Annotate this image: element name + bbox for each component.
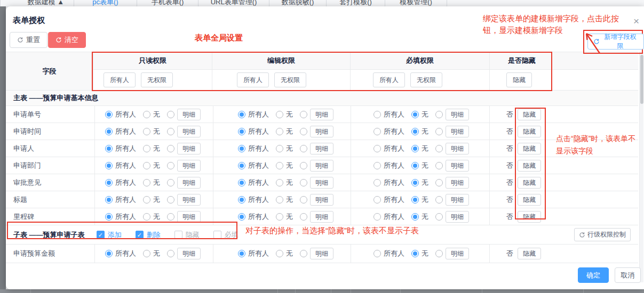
- radio-detail-icon[interactable]: [167, 111, 174, 118]
- radio-option-detail[interactable]: 明细: [167, 143, 201, 154]
- radio-option-none[interactable]: 无: [143, 178, 160, 188]
- background-tab[interactable]: 手机表单(): [137, 0, 198, 6]
- radio-option-none[interactable]: 无: [276, 195, 293, 205]
- radio-detail-icon[interactable]: [435, 179, 443, 186]
- preset-button[interactable]: 隐藏: [506, 72, 532, 87]
- radio-none-icon[interactable]: [411, 250, 419, 257]
- radio-none-icon[interactable]: [143, 111, 150, 118]
- radio-option-all[interactable]: 所有人: [238, 178, 269, 188]
- radio-option-detail[interactable]: 明细: [167, 160, 201, 172]
- radio-option-none[interactable]: 无: [276, 178, 293, 188]
- radio-option-all[interactable]: 所有人: [238, 249, 269, 258]
- radio-none-icon[interactable]: [276, 162, 283, 169]
- radio-option-all[interactable]: 所有人: [105, 127, 136, 136]
- radio-option-detail[interactable]: 明细: [300, 143, 333, 154]
- radio-detail-icon[interactable]: [300, 162, 307, 169]
- radio-all-icon[interactable]: [238, 162, 245, 169]
- radio-option-detail[interactable]: 明细: [300, 248, 333, 259]
- radio-option-none[interactable]: 无: [143, 144, 160, 153]
- radio-option-detail[interactable]: 明细: [167, 211, 201, 223]
- radio-option-detail[interactable]: 明细: [300, 211, 333, 223]
- radio-all-icon[interactable]: [373, 162, 381, 169]
- background-tab[interactable]: 数据建模 ▲: [18, 0, 74, 6]
- radio-detail-icon[interactable]: [300, 250, 307, 257]
- radio-option-detail[interactable]: 明细: [435, 160, 469, 172]
- scrollbar-thumb[interactable]: [640, 55, 643, 104]
- radio-option-none[interactable]: 无: [411, 178, 428, 188]
- radio-all-icon[interactable]: [105, 196, 113, 204]
- radio-detail-icon[interactable]: [300, 213, 307, 221]
- radio-all-icon[interactable]: [373, 213, 381, 221]
- radio-all-icon[interactable]: [373, 179, 381, 186]
- radio-all-icon[interactable]: [373, 128, 381, 135]
- radio-option-all[interactable]: 所有人: [373, 144, 404, 153]
- radio-detail-icon[interactable]: [167, 128, 174, 135]
- radio-none-icon[interactable]: [276, 213, 283, 221]
- radio-detail-icon[interactable]: [435, 250, 443, 257]
- radio-all-icon[interactable]: [105, 128, 113, 135]
- reset-button[interactable]: 重置: [10, 32, 47, 48]
- add-field-permission-button[interactable]: 新增字段权限: [587, 34, 644, 50]
- radio-all-icon[interactable]: [238, 250, 245, 257]
- checkbox-add-icon[interactable]: [97, 231, 105, 239]
- radio-option-all[interactable]: 所有人: [105, 110, 136, 119]
- radio-none-icon[interactable]: [143, 179, 150, 186]
- radio-none-icon[interactable]: [276, 145, 283, 152]
- preset-button[interactable]: 无权限: [274, 72, 306, 87]
- checkbox-hide[interactable]: 隐藏: [174, 230, 200, 240]
- checkbox-delete-icon[interactable]: [136, 231, 144, 239]
- row-level-permission-button[interactable]: 行级权限控制: [574, 228, 631, 241]
- radio-option-detail[interactable]: 明细: [167, 177, 201, 189]
- radio-detail-icon[interactable]: [435, 213, 443, 221]
- radio-detail-icon[interactable]: [167, 250, 174, 257]
- radio-all-icon[interactable]: [373, 111, 381, 118]
- radio-option-detail[interactable]: 明细: [435, 211, 469, 223]
- radio-none-icon[interactable]: [276, 128, 283, 135]
- radio-option-none[interactable]: 无: [276, 212, 293, 222]
- radio-none-icon[interactable]: [143, 128, 150, 135]
- radio-all-icon[interactable]: [105, 111, 113, 118]
- radio-option-detail[interactable]: 明细: [167, 126, 201, 137]
- radio-option-all[interactable]: 所有人: [373, 212, 404, 222]
- radio-option-none[interactable]: 无: [411, 161, 428, 170]
- radio-all-icon[interactable]: [238, 196, 245, 204]
- radio-all-icon[interactable]: [105, 145, 113, 152]
- background-tab[interactable]: pc表单(): [74, 0, 137, 6]
- preset-button[interactable]: 无权限: [410, 72, 442, 87]
- radio-option-detail[interactable]: 明细: [300, 160, 333, 172]
- radio-option-detail[interactable]: 明细: [435, 143, 469, 154]
- radio-detail-icon[interactable]: [435, 145, 443, 152]
- checkbox-delete[interactable]: 删除: [136, 230, 161, 240]
- radio-all-icon[interactable]: [105, 162, 113, 169]
- radio-option-all[interactable]: 所有人: [373, 161, 404, 170]
- radio-none-icon[interactable]: [143, 213, 150, 221]
- background-tab[interactable]: 数据脱敏(): [269, 0, 327, 6]
- radio-option-detail[interactable]: 明细: [435, 194, 469, 206]
- radio-none-icon[interactable]: [411, 162, 419, 169]
- radio-detail-icon[interactable]: [435, 162, 443, 169]
- radio-option-detail[interactable]: 明细: [435, 177, 469, 189]
- radio-all-icon[interactable]: [238, 128, 245, 135]
- hide-button[interactable]: 隐藏: [518, 211, 541, 223]
- radio-detail-icon[interactable]: [167, 196, 174, 204]
- scrollbar[interactable]: [639, 52, 643, 282]
- radio-option-detail[interactable]: 明细: [300, 177, 333, 189]
- radio-option-detail[interactable]: 明细: [167, 109, 201, 120]
- background-tab[interactable]: URL表单管理(): [198, 0, 269, 6]
- radio-detail-icon[interactable]: [300, 128, 307, 135]
- radio-option-all[interactable]: 所有人: [373, 110, 404, 119]
- radio-option-detail[interactable]: 明细: [300, 109, 333, 120]
- radio-option-detail[interactable]: 明细: [435, 109, 469, 120]
- hide-button[interactable]: 隐藏: [518, 143, 541, 154]
- radio-option-none[interactable]: 无: [411, 212, 428, 222]
- radio-option-none[interactable]: 无: [411, 110, 428, 119]
- radio-none-icon[interactable]: [143, 250, 150, 257]
- radio-all-icon[interactable]: [373, 196, 381, 204]
- radio-detail-icon[interactable]: [167, 179, 174, 186]
- radio-option-none[interactable]: 无: [143, 110, 160, 119]
- radio-none-icon[interactable]: [276, 196, 283, 204]
- radio-option-none[interactable]: 无: [143, 161, 160, 170]
- radio-none-icon[interactable]: [276, 250, 283, 257]
- radio-detail-icon[interactable]: [300, 145, 307, 152]
- radio-none-icon[interactable]: [411, 145, 419, 152]
